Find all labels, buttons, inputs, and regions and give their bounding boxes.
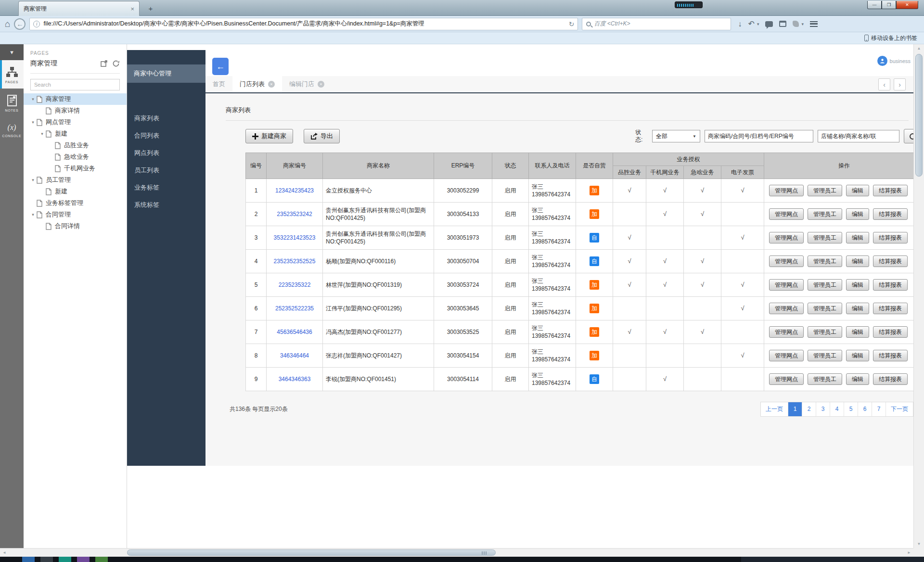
user-chip[interactable]: business (877, 56, 911, 66)
taskbar-app-icon[interactable] (40, 557, 53, 562)
row-action-button[interactable]: 结算报表 (873, 185, 908, 196)
sidebar-item[interactable]: 合同列表 (127, 127, 205, 144)
mobile-bookmarks-label[interactable]: 移动设备上的书签 (871, 34, 917, 42)
merchant-code-link[interactable]: 3532231423523 (274, 234, 316, 241)
page-number-button[interactable]: 4 (830, 402, 844, 416)
maximize-button[interactable]: ❒ (882, 1, 896, 9)
rail-item-console[interactable]: (x) CONSOLE (0, 117, 24, 142)
taskbar-app-icon[interactable] (22, 557, 35, 562)
row-action-button[interactable]: 结算报表 (873, 326, 908, 338)
pages-search-input[interactable] (30, 79, 120, 90)
row-action-button[interactable]: 管理网点 (769, 350, 804, 361)
vertical-scroll-thumb[interactable] (915, 54, 923, 177)
content-tab[interactable]: 编辑门店× (282, 76, 332, 92)
browser-tab[interactable]: 商家管理 × (18, 1, 140, 16)
page-number-button[interactable]: 1 (788, 402, 802, 416)
row-action-button[interactable]: 编辑 (846, 208, 869, 220)
tree-item[interactable]: ▾网点管理 (24, 116, 127, 128)
row-action-button[interactable]: 编辑 (846, 303, 869, 314)
tree-item[interactable]: ▾商家管理 (24, 93, 127, 105)
row-action-button[interactable]: 结算报表 (873, 255, 908, 267)
tree-caret-icon[interactable]: ▾ (29, 212, 37, 217)
row-action-button[interactable]: 管理网点 (769, 373, 804, 385)
merchant-code-link[interactable]: 3464346363 (279, 376, 311, 383)
status-select[interactable]: 全部 ▼ (652, 130, 700, 142)
tree-item[interactable]: 急啥业务 (24, 151, 127, 163)
row-action-button[interactable]: 管理网点 (769, 232, 804, 243)
taskbar-app-icon[interactable] (95, 557, 108, 562)
sidebar-item[interactable]: 系统标签 (127, 196, 205, 214)
row-action-button[interactable]: 管理员工 (808, 279, 842, 291)
row-action-button[interactable]: 管理员工 (808, 185, 842, 196)
row-action-button[interactable]: 管理员工 (808, 255, 842, 267)
minimize-button[interactable]: — (867, 1, 882, 9)
history-icon[interactable]: ↶ (748, 20, 754, 28)
row-action-button[interactable]: 管理网点 (769, 303, 804, 314)
collapse-rail-button[interactable]: ▾ (0, 44, 24, 60)
menu-icon[interactable] (810, 21, 818, 27)
new-tab-button[interactable]: + (144, 4, 157, 13)
downloads-icon[interactable]: ↓ (738, 20, 742, 28)
row-action-button[interactable]: 结算报表 (873, 373, 908, 385)
content-tab[interactable]: 门店列表× (232, 76, 282, 92)
reload-icon[interactable]: ↻ (569, 20, 575, 28)
row-action-button[interactable]: 管理网点 (769, 326, 804, 338)
chat-icon[interactable] (765, 21, 773, 27)
horizontal-scrollbar[interactable]: ◄ ► (0, 548, 913, 557)
browser-search-field[interactable]: 百度 <Ctrl+K> (582, 18, 731, 30)
content-tab[interactable]: 首页 (205, 76, 232, 92)
tree-item[interactable]: 业务标签管理 (24, 197, 127, 209)
scroll-left-icon[interactable]: ◄ (0, 549, 9, 557)
row-action-button[interactable]: 管理网点 (769, 279, 804, 291)
rail-item-notes[interactable]: NOTES (0, 89, 24, 117)
home-icon[interactable]: ⌂ (5, 19, 10, 28)
plugin-icon[interactable] (793, 21, 799, 27)
row-action-button[interactable]: 编辑 (846, 279, 869, 291)
merchant-code-link[interactable]: 45636546436 (277, 329, 312, 335)
store-name-input[interactable] (818, 130, 899, 142)
tree-item[interactable]: ▾员工管理 (24, 174, 127, 186)
tree-item[interactable]: ▾新建 (24, 128, 127, 140)
sidebar-item[interactable]: 员工列表 (127, 162, 205, 179)
tab-scroll-left-icon[interactable]: ‹ (878, 78, 890, 90)
tree-item[interactable]: ▾合同管理 (24, 209, 127, 220)
export-button[interactable]: 导出 (304, 129, 340, 143)
tab-close-icon[interactable]: × (268, 81, 275, 88)
plugin-caret-icon[interactable]: ▾ (801, 22, 804, 26)
row-action-button[interactable]: 管理员工 (808, 373, 842, 385)
tree-caret-icon[interactable]: ▾ (29, 97, 37, 102)
tree-caret-icon[interactable]: ▾ (38, 131, 46, 136)
row-action-button[interactable]: 编辑 (846, 255, 869, 267)
row-action-button[interactable]: 管理员工 (808, 303, 842, 314)
prev-page-button[interactable]: 上一页 (761, 402, 788, 416)
merchant-code-link[interactable]: 123424235423 (275, 187, 314, 194)
tree-caret-icon[interactable]: ▾ (29, 120, 37, 125)
open-external-icon[interactable] (101, 60, 108, 67)
scroll-up-icon[interactable]: ▲ (914, 44, 924, 52)
row-action-button[interactable]: 管理网点 (769, 185, 804, 196)
url-bar[interactable]: i file:///C:/Users/Administrator/Desktop… (29, 18, 578, 30)
row-action-button[interactable]: 结算报表 (873, 208, 908, 220)
tab-close-icon[interactable]: × (318, 81, 324, 88)
tab-groups-icon[interactable] (779, 21, 786, 27)
row-action-button[interactable]: 结算报表 (873, 279, 908, 291)
row-action-button[interactable]: 编辑 (846, 326, 869, 338)
info-icon[interactable]: i (33, 21, 40, 27)
row-action-button[interactable]: 管理员工 (808, 326, 842, 338)
row-action-button[interactable]: 结算报表 (873, 232, 908, 243)
close-button[interactable]: ✕ (896, 1, 918, 9)
sidebar-item[interactable]: 商家列表 (127, 110, 205, 127)
tree-item[interactable]: 品胜业务 (24, 140, 127, 151)
merchant-code-link[interactable]: 23523523242 (277, 211, 312, 217)
row-action-button[interactable]: 编辑 (846, 350, 869, 361)
tree-caret-icon[interactable]: ▾ (29, 178, 37, 182)
scroll-down-icon[interactable]: ▼ (914, 540, 924, 548)
rail-item-pages[interactable]: PAGES (0, 60, 24, 89)
tree-item[interactable]: 商家详情 (24, 105, 127, 116)
sidebar-item[interactable]: 业务标签 (127, 179, 205, 196)
vertical-scrollbar[interactable]: ▲ ▼ (913, 44, 924, 548)
taskbar-app-icon[interactable] (59, 557, 71, 562)
horizontal-scroll-thumb[interactable] (127, 549, 496, 556)
merchant-code-link[interactable]: 2235235322 (279, 281, 311, 288)
tree-item[interactable]: 合同详情 (24, 220, 127, 232)
